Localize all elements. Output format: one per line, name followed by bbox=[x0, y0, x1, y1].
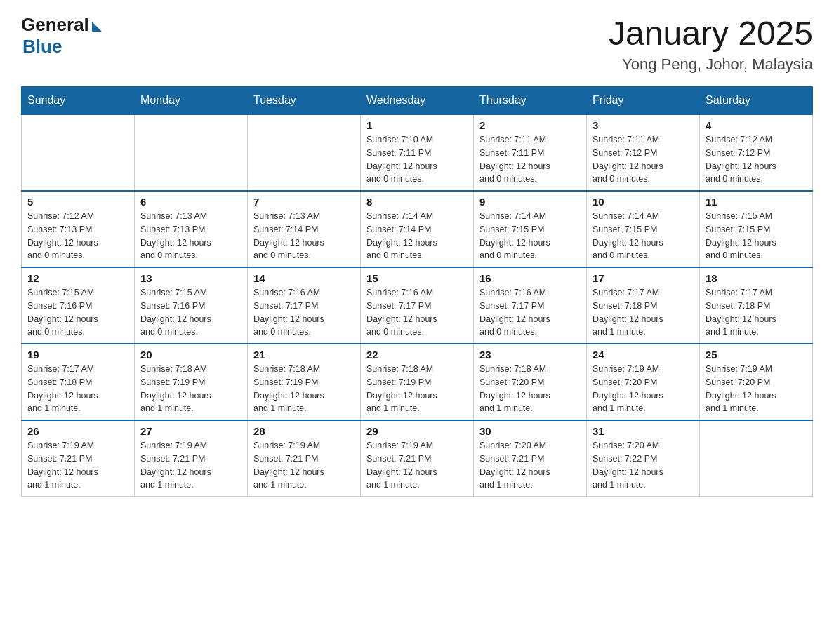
calendar-cell: 27Sunrise: 7:19 AMSunset: 7:21 PMDayligh… bbox=[135, 420, 248, 497]
calendar-cell: 24Sunrise: 7:19 AMSunset: 7:20 PMDayligh… bbox=[587, 344, 700, 420]
day-number: 3 bbox=[593, 119, 694, 131]
day-info: Sunrise: 7:19 AMSunset: 7:21 PMDaylight:… bbox=[140, 439, 241, 492]
day-number: 30 bbox=[479, 425, 581, 437]
calendar-cell: 30Sunrise: 7:20 AMSunset: 7:21 PMDayligh… bbox=[474, 420, 587, 497]
day-number: 12 bbox=[27, 272, 128, 284]
day-number: 1 bbox=[366, 119, 468, 131]
day-number: 5 bbox=[27, 196, 128, 208]
calendar-cell bbox=[700, 420, 813, 497]
day-info: Sunrise: 7:17 AMSunset: 7:18 PMDaylight:… bbox=[706, 286, 807, 339]
logo-blue-text: Blue bbox=[22, 36, 62, 58]
day-number: 21 bbox=[253, 349, 355, 361]
calendar-cell: 18Sunrise: 7:17 AMSunset: 7:18 PMDayligh… bbox=[700, 267, 813, 344]
day-info: Sunrise: 7:20 AMSunset: 7:21 PMDaylight:… bbox=[479, 439, 581, 492]
day-number: 19 bbox=[27, 349, 128, 361]
day-info: Sunrise: 7:14 AMSunset: 7:14 PMDaylight:… bbox=[366, 210, 468, 262]
calendar-cell: 13Sunrise: 7:15 AMSunset: 7:16 PMDayligh… bbox=[135, 267, 248, 344]
calendar-cell: 17Sunrise: 7:17 AMSunset: 7:18 PMDayligh… bbox=[587, 267, 700, 344]
calendar-cell: 7Sunrise: 7:13 AMSunset: 7:14 PMDaylight… bbox=[248, 191, 361, 267]
day-info: Sunrise: 7:15 AMSunset: 7:16 PMDaylight:… bbox=[27, 286, 128, 339]
week-row-4: 19Sunrise: 7:17 AMSunset: 7:18 PMDayligh… bbox=[22, 344, 813, 420]
calendar-cell: 2Sunrise: 7:11 AMSunset: 7:11 PMDaylight… bbox=[474, 114, 587, 191]
day-number: 28 bbox=[253, 425, 355, 437]
calendar-cell: 3Sunrise: 7:11 AMSunset: 7:12 PMDaylight… bbox=[587, 114, 700, 191]
calendar-cell bbox=[22, 114, 135, 191]
day-info: Sunrise: 7:14 AMSunset: 7:15 PMDaylight:… bbox=[479, 210, 581, 262]
day-number: 29 bbox=[366, 425, 468, 437]
calendar-cell: 20Sunrise: 7:18 AMSunset: 7:19 PMDayligh… bbox=[135, 344, 248, 420]
day-number: 7 bbox=[253, 196, 355, 208]
calendar-cell: 31Sunrise: 7:20 AMSunset: 7:22 PMDayligh… bbox=[587, 420, 700, 497]
day-info: Sunrise: 7:19 AMSunset: 7:20 PMDaylight:… bbox=[593, 363, 694, 415]
day-number: 20 bbox=[140, 349, 241, 361]
calendar-header-wednesday: Wednesday bbox=[361, 87, 474, 115]
calendar-cell bbox=[248, 114, 361, 191]
day-info: Sunrise: 7:16 AMSunset: 7:17 PMDaylight:… bbox=[366, 286, 468, 339]
day-info: Sunrise: 7:20 AMSunset: 7:22 PMDaylight:… bbox=[593, 439, 694, 492]
day-info: Sunrise: 7:14 AMSunset: 7:15 PMDaylight:… bbox=[593, 210, 694, 262]
day-info: Sunrise: 7:10 AMSunset: 7:11 PMDaylight:… bbox=[366, 133, 468, 186]
calendar-cell: 4Sunrise: 7:12 AMSunset: 7:12 PMDaylight… bbox=[700, 114, 813, 191]
calendar-header-saturday: Saturday bbox=[700, 87, 813, 115]
week-row-2: 5Sunrise: 7:12 AMSunset: 7:13 PMDaylight… bbox=[22, 191, 813, 267]
calendar-cell: 23Sunrise: 7:18 AMSunset: 7:20 PMDayligh… bbox=[474, 344, 587, 420]
calendar-cell: 25Sunrise: 7:19 AMSunset: 7:20 PMDayligh… bbox=[700, 344, 813, 420]
week-row-3: 12Sunrise: 7:15 AMSunset: 7:16 PMDayligh… bbox=[22, 267, 813, 344]
calendar-cell: 5Sunrise: 7:12 AMSunset: 7:13 PMDaylight… bbox=[22, 191, 135, 267]
calendar-cell: 11Sunrise: 7:15 AMSunset: 7:15 PMDayligh… bbox=[700, 191, 813, 267]
logo: General Blue bbox=[21, 14, 102, 58]
calendar-cell: 10Sunrise: 7:14 AMSunset: 7:15 PMDayligh… bbox=[587, 191, 700, 267]
day-number: 17 bbox=[593, 272, 694, 284]
calendar-header-thursday: Thursday bbox=[474, 87, 587, 115]
logo-arrow-icon bbox=[92, 22, 102, 32]
day-info: Sunrise: 7:13 AMSunset: 7:13 PMDaylight:… bbox=[140, 210, 241, 262]
month-title: January 2025 bbox=[609, 14, 813, 53]
calendar-cell: 12Sunrise: 7:15 AMSunset: 7:16 PMDayligh… bbox=[22, 267, 135, 344]
day-number: 22 bbox=[366, 349, 468, 361]
day-info: Sunrise: 7:17 AMSunset: 7:18 PMDaylight:… bbox=[593, 286, 694, 339]
day-info: Sunrise: 7:19 AMSunset: 7:21 PMDaylight:… bbox=[253, 439, 355, 492]
day-info: Sunrise: 7:12 AMSunset: 7:12 PMDaylight:… bbox=[706, 133, 807, 186]
day-number: 15 bbox=[366, 272, 468, 284]
calendar-header-sunday: Sunday bbox=[22, 87, 135, 115]
day-number: 2 bbox=[479, 119, 581, 131]
calendar-cell: 8Sunrise: 7:14 AMSunset: 7:14 PMDaylight… bbox=[361, 191, 474, 267]
day-number: 4 bbox=[706, 119, 807, 131]
location-subtitle: Yong Peng, Johor, Malaysia bbox=[609, 55, 813, 74]
calendar-cell: 21Sunrise: 7:18 AMSunset: 7:19 PMDayligh… bbox=[248, 344, 361, 420]
calendar-cell: 16Sunrise: 7:16 AMSunset: 7:17 PMDayligh… bbox=[474, 267, 587, 344]
calendar-cell: 28Sunrise: 7:19 AMSunset: 7:21 PMDayligh… bbox=[248, 420, 361, 497]
day-number: 25 bbox=[706, 349, 807, 361]
day-number: 6 bbox=[140, 196, 241, 208]
day-info: Sunrise: 7:16 AMSunset: 7:17 PMDaylight:… bbox=[253, 286, 355, 339]
day-info: Sunrise: 7:12 AMSunset: 7:13 PMDaylight:… bbox=[27, 210, 128, 262]
day-number: 23 bbox=[479, 349, 581, 361]
calendar-header-monday: Monday bbox=[135, 87, 248, 115]
day-number: 24 bbox=[593, 349, 694, 361]
calendar-table: SundayMondayTuesdayWednesdayThursdayFrid… bbox=[21, 86, 813, 497]
day-number: 31 bbox=[593, 425, 694, 437]
day-number: 26 bbox=[27, 425, 128, 437]
calendar-cell bbox=[135, 114, 248, 191]
day-number: 16 bbox=[479, 272, 581, 284]
day-info: Sunrise: 7:15 AMSunset: 7:15 PMDaylight:… bbox=[706, 210, 807, 262]
day-info: Sunrise: 7:18 AMSunset: 7:19 PMDaylight:… bbox=[366, 363, 468, 415]
day-number: 27 bbox=[140, 425, 241, 437]
calendar-cell: 29Sunrise: 7:19 AMSunset: 7:21 PMDayligh… bbox=[361, 420, 474, 497]
calendar-cell: 9Sunrise: 7:14 AMSunset: 7:15 PMDaylight… bbox=[474, 191, 587, 267]
calendar-header-row: SundayMondayTuesdayWednesdayThursdayFrid… bbox=[22, 87, 813, 115]
day-number: 10 bbox=[593, 196, 694, 208]
week-row-5: 26Sunrise: 7:19 AMSunset: 7:21 PMDayligh… bbox=[22, 420, 813, 497]
day-number: 9 bbox=[479, 196, 581, 208]
day-info: Sunrise: 7:18 AMSunset: 7:19 PMDaylight:… bbox=[253, 363, 355, 415]
day-info: Sunrise: 7:19 AMSunset: 7:20 PMDaylight:… bbox=[706, 363, 807, 415]
day-info: Sunrise: 7:18 AMSunset: 7:19 PMDaylight:… bbox=[140, 363, 241, 415]
day-number: 18 bbox=[706, 272, 807, 284]
day-number: 13 bbox=[140, 272, 241, 284]
day-number: 11 bbox=[706, 196, 807, 208]
calendar-cell: 22Sunrise: 7:18 AMSunset: 7:19 PMDayligh… bbox=[361, 344, 474, 420]
logo-general-text: General bbox=[21, 14, 89, 36]
day-info: Sunrise: 7:19 AMSunset: 7:21 PMDaylight:… bbox=[366, 439, 468, 492]
day-info: Sunrise: 7:13 AMSunset: 7:14 PMDaylight:… bbox=[253, 210, 355, 262]
day-number: 14 bbox=[253, 272, 355, 284]
